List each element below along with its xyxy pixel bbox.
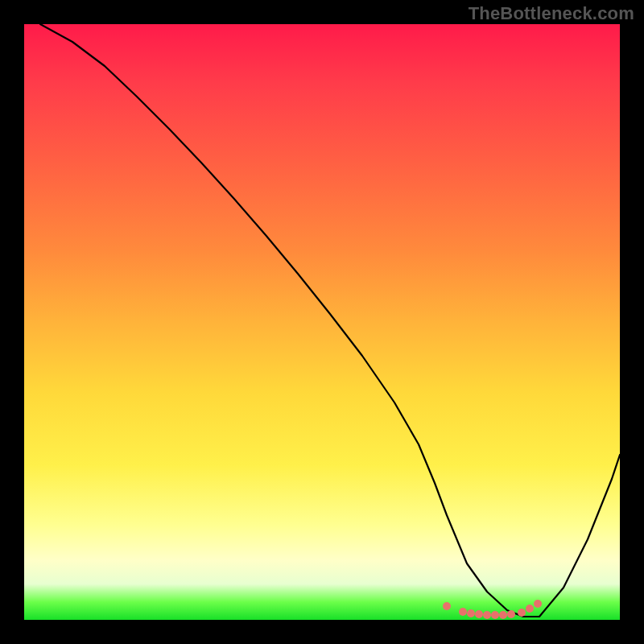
gradient-plot-area (24, 24, 620, 620)
marker-dot (459, 608, 467, 616)
watermark-text: TheBottleneck.com (469, 3, 634, 24)
marker-dot (467, 609, 475, 617)
curve-layer (24, 24, 620, 620)
marker-dot (499, 611, 507, 619)
chart-frame: TheBottleneck.com (0, 0, 644, 644)
marker-dot (534, 600, 542, 608)
marker-dot (491, 611, 499, 619)
marker-dot (483, 611, 491, 619)
marker-dot (526, 605, 534, 613)
marker-dot (518, 609, 526, 617)
main-curve (40, 24, 620, 617)
marker-dot (475, 610, 483, 618)
marker-dot (507, 610, 515, 618)
marker-dot (443, 602, 451, 610)
